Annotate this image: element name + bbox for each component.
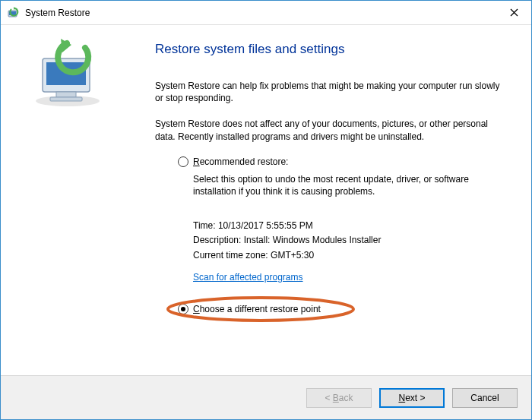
close-icon [510,8,518,17]
svg-rect-7 [56,92,76,97]
cancel-button[interactable]: Cancel [452,388,518,408]
intro-paragraph-2: System Restore does not affect any of yo… [155,118,505,142]
main-content: Restore system files and settings System… [134,25,531,375]
scan-affected-link[interactable]: Scan for affected programs [193,272,303,283]
footer: < Back Next > Cancel [1,375,531,419]
description-row: Description: Install: Windows Modules In… [193,233,505,248]
choose-different-label: Choose a different restore point [193,304,321,314]
next-button[interactable]: Next > [379,388,445,408]
page-heading: Restore system files and settings [155,42,505,57]
svg-rect-8 [50,97,82,101]
recommended-option: Recommended restore: Select this option … [178,156,505,283]
window-title: System Restore [25,8,496,18]
recommended-radio-label: Recommended restore: [193,156,288,167]
recommended-radio-row[interactable]: Recommended restore: [178,156,505,167]
recommended-radio[interactable] [178,156,188,167]
close-button[interactable] [496,1,531,25]
system-restore-icon [7,7,19,19]
choose-different-radio[interactable] [178,304,188,314]
choose-different-option[interactable]: Choose a different restore point [178,302,327,316]
back-button: < Back [306,388,372,408]
restore-illustration-icon [26,36,109,114]
sidebar [1,25,134,375]
recommended-description: Select this option to undo the most rece… [193,173,505,197]
intro-paragraph-1: System Restore can help fix problems tha… [155,80,505,104]
titlebar: System Restore [1,1,531,25]
timezone-row: Current time zone: GMT+5:30 [193,248,505,263]
restore-point-details: Time: 10/13/2017 5:55:55 PM Description:… [193,219,505,263]
time-row: Time: 10/13/2017 5:55:55 PM [193,219,505,233]
dialog-body: Restore system files and settings System… [1,25,531,375]
